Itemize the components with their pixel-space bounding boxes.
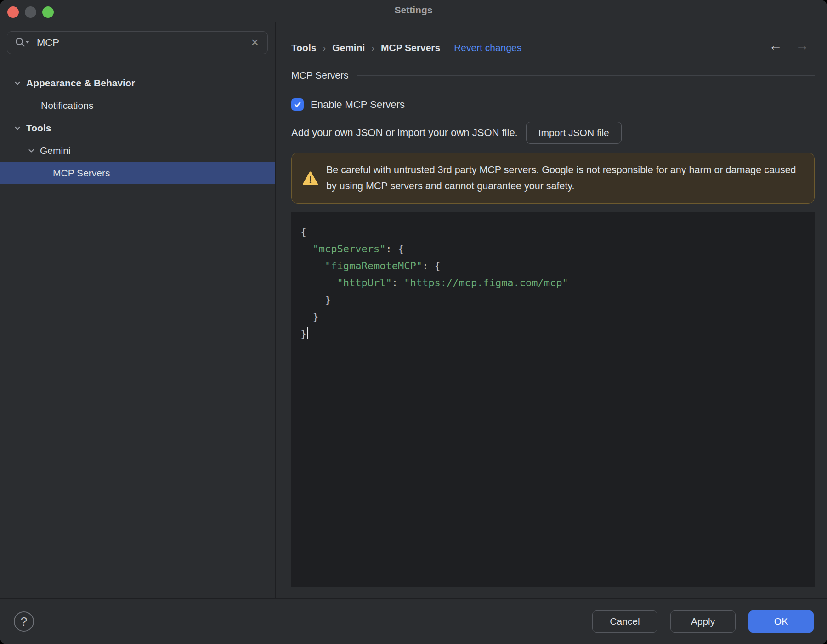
breadcrumb-separator: › [371,43,374,53]
sidebar-item-label: Notifications [41,100,93,111]
breadcrumb-item[interactable]: Tools [291,42,316,53]
code-line: } [300,325,805,342]
sidebar-item-notifications[interactable]: Notifications [7,94,268,117]
section-header: MCP Servers [291,70,815,81]
help-button[interactable]: ? [14,611,34,632]
import-row: Add your own JSON or import your own JSO… [291,122,815,144]
code-line: { [300,223,805,240]
section-divider [357,75,815,76]
import-hint-text: Add your own JSON or import your own JSO… [291,127,518,139]
settings-tree: Appearance & BehaviorNotificationsToolsG… [7,72,268,184]
checkmark-icon [293,100,302,109]
clear-search-icon[interactable]: ✕ [250,38,260,48]
enable-mcp-row[interactable]: Enable MCP Servers [291,98,815,111]
import-json-button[interactable]: Import JSON file [526,122,622,144]
sidebar-item-mcp-servers[interactable]: MCP Servers [0,162,275,184]
chevron-down-icon[interactable] [25,146,37,156]
enable-mcp-checkbox[interactable] [291,98,304,111]
titlebar: Settings [0,0,827,22]
breadcrumb-row: Tools›Gemini›MCP Servers Revert changes … [291,40,815,55]
section-title: MCP Servers [291,70,348,81]
forward-icon[interactable]: → [795,39,809,52]
sidebar-item-label: MCP Servers [53,168,110,179]
warning-text: Be careful with untrusted 3rd party MCP … [326,162,803,194]
history-nav: ← → [769,39,809,52]
search-input[interactable] [37,37,244,49]
sidebar-item-label: Tools [26,123,51,134]
breadcrumb-item[interactable]: MCP Servers [381,42,440,53]
warning-icon [303,171,318,186]
code-line: "httpUrl": "https://mcp.figma.com/mcp" [300,274,805,291]
enable-mcp-label: Enable MCP Servers [311,99,405,111]
code-line: "figmaRemoteMCP": { [300,257,805,274]
question-mark-icon: ? [21,615,27,629]
sidebar-item-label: Gemini [40,145,71,156]
chevron-down-icon[interactable] [11,123,23,133]
apply-button[interactable]: Apply [670,610,736,633]
settings-body: ✕ Appearance & BehaviorNotificationsTool… [0,22,827,598]
sidebar-item-tools[interactable]: Tools [7,117,268,139]
breadcrumb-separator: › [323,43,326,53]
settings-window: Settings ✕ Appearance & BehaviorNotifica… [0,0,827,644]
revert-changes-link[interactable]: Revert changes [454,42,521,53]
sidebar-item-label: Appearance & Behavior [26,78,135,89]
code-line: } [300,308,805,325]
warning-banner: Be careful with untrusted 3rd party MCP … [291,153,815,204]
sidebar-item-gemini[interactable]: Gemini [7,139,268,162]
dialog-footer: ? Cancel Apply OK [0,598,827,644]
window-title: Settings [0,5,827,16]
cancel-button[interactable]: Cancel [592,610,657,633]
text-cursor [307,327,308,339]
code-line: "mcpServers": { [300,240,805,257]
sidebar-item-appearance-behavior[interactable]: Appearance & Behavior [7,72,268,94]
chevron-down-icon[interactable] [11,78,23,88]
code-line: } [300,291,805,308]
ok-button[interactable]: OK [748,610,814,633]
search-history-caret-icon [26,41,29,44]
json-editor[interactable]: { "mcpServers": { "figmaRemoteMCP": { "h… [291,212,815,587]
breadcrumb-item[interactable]: Gemini [332,42,365,53]
back-icon[interactable]: ← [769,39,782,52]
settings-sidebar: ✕ Appearance & BehaviorNotificationsTool… [0,22,276,598]
search-icon [15,37,30,49]
search-field[interactable]: ✕ [7,31,268,54]
mcp-servers-page: Tools›Gemini›MCP Servers Revert changes … [276,22,827,598]
breadcrumb: Tools›Gemini›MCP Servers [291,42,440,53]
